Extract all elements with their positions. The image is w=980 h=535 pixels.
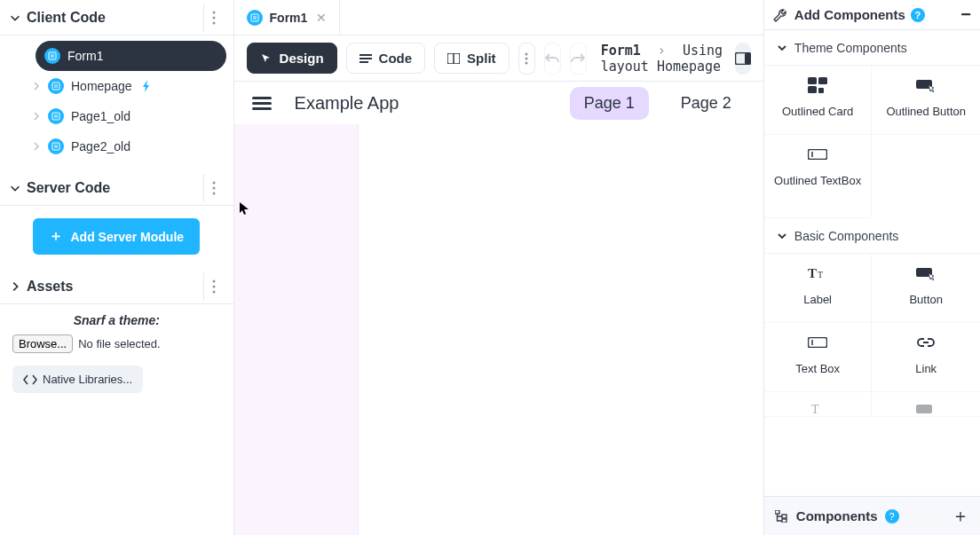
plus-icon: ＋ [49,227,63,246]
cursor-icon [260,52,273,65]
help-icon[interactable]: ? [885,509,899,523]
toggle-right-panel-button[interactable] [735,43,751,75]
split-icon [447,53,460,64]
nav-page-2[interactable]: Page 2 [667,87,746,120]
svg-rect-33 [745,53,750,64]
server-code-header[interactable]: Server Code [0,170,233,206]
assets-menu[interactable] [203,272,225,301]
chevron-right-icon [32,142,41,151]
svg-point-18 [213,279,216,282]
more-options-button[interactable] [518,43,535,75]
client-code-menu[interactable] [203,4,225,32]
panel-right-icon [735,52,751,65]
theme-components-header[interactable]: Theme Components [764,30,980,66]
snarf-theme-label: Snarf a theme: [12,313,221,327]
list-icon [360,53,372,64]
sidebar-item-page1-old[interactable]: Page1_old [0,101,233,131]
component-label-text: Button [909,293,943,306]
svg-rect-6 [52,83,59,90]
sidebar-item-form1[interactable]: Form1 [36,41,226,71]
design-canvas[interactable]: Example App Page 1 Page 2 [234,82,763,535]
component-partial-2[interactable] [872,392,980,417]
components-footer[interactable]: Components ? ＋ [764,496,980,535]
close-tab-icon[interactable]: ✕ [316,11,327,25]
text-icon: T [808,401,827,416]
file-tab-bar: Form1 ✕ [234,0,763,35]
textbox-icon [808,332,827,353]
help-icon[interactable]: ? [911,8,925,22]
component-textbox[interactable]: Text Box [764,323,873,392]
component-outlined-card[interactable]: Outlined Card [764,66,873,135]
assets-header[interactable]: Assets [0,269,233,304]
design-mode-button[interactable]: Design [247,43,337,74]
svg-text:T: T [818,270,823,279]
svg-point-17 [213,192,216,194]
svg-point-20 [213,290,216,293]
component-outlined-button[interactable]: Outlined Button [872,66,980,135]
breadcrumb-form[interactable]: Form1 [601,43,641,59]
add-components-header: Add Components ? − [764,0,980,30]
sidebar-item-page2-old[interactable]: Page2_old [0,131,233,161]
add-component-button[interactable]: ＋ [952,504,969,528]
component-button[interactable]: Button [872,254,980,323]
svg-rect-21 [251,14,258,21]
redo-icon [571,52,585,65]
editor-area: Form1 ✕ Design Code Split [234,0,763,535]
browse-button[interactable]: Browse... [12,334,73,353]
split-mode-button[interactable]: Split [434,43,510,74]
button-click-icon [916,263,936,284]
svg-point-30 [526,57,528,59]
redo-button[interactable] [570,43,587,75]
tree-icon [775,510,789,523]
form-icon [48,138,64,154]
button-click-icon [916,75,936,96]
code-icon [23,374,37,385]
sidebar-item-homepage[interactable]: Homepage [0,71,233,101]
design-label: Design [280,51,324,66]
basic-components-label: Basic Components [794,229,899,243]
form-icon [48,108,64,124]
svg-text:T: T [808,266,817,280]
panel-title-label: Add Components [794,7,905,22]
svg-rect-39 [809,150,827,160]
right-panel: Add Components ? − Theme Components Outl… [763,0,980,535]
component-label: Outlined Button [886,105,966,118]
textbox-icon [808,144,827,165]
chevron-right-icon [32,82,41,90]
component-label: Outlined TextBox [774,174,861,187]
component-outlined-textbox[interactable]: Outlined TextBox [764,135,873,218]
component-label[interactable]: TT Label [764,254,873,323]
native-label: Native Libraries... [43,373,132,386]
components-footer-label: Components [796,508,878,523]
basic-components-header[interactable]: Basic Components [764,218,980,254]
code-mode-button[interactable]: Code [346,43,426,74]
theme-components-label: Theme Components [794,41,907,55]
svg-point-1 [213,16,216,19]
breadcrumb: Form1 › Using layout Homepage [601,43,726,75]
component-partial[interactable]: T [764,392,873,417]
canvas-sidebar-slot[interactable] [234,124,359,535]
svg-rect-36 [808,86,817,93]
svg-rect-9 [52,113,59,120]
startup-form-icon [141,80,152,92]
client-code-header[interactable]: Client Code [0,0,233,35]
native-libraries-button[interactable]: Native Libraries... [12,366,143,393]
chevron-down-icon [777,43,787,53]
chevron-right-icon [9,280,21,293]
server-code-menu[interactable] [203,174,225,202]
component-link[interactable]: Link [872,323,980,392]
svg-text:T: T [811,403,819,416]
svg-rect-50 [782,519,786,523]
hamburger-icon[interactable] [252,97,272,110]
nav-page-1[interactable]: Page 1 [570,87,649,120]
app-title: Example App [295,93,399,114]
undo-button[interactable] [544,43,561,75]
add-server-module-button[interactable]: ＋ Add Server Module [33,218,200,255]
sidebar-item-label: Form1 [67,49,103,63]
no-file-label: No file selected. [78,337,161,350]
collapse-panel-button[interactable]: − [960,4,971,25]
svg-rect-44 [809,338,827,348]
file-tab-form1[interactable]: Form1 ✕ [234,0,341,35]
chevron-right-icon: › [658,43,666,59]
svg-rect-47 [916,405,932,413]
